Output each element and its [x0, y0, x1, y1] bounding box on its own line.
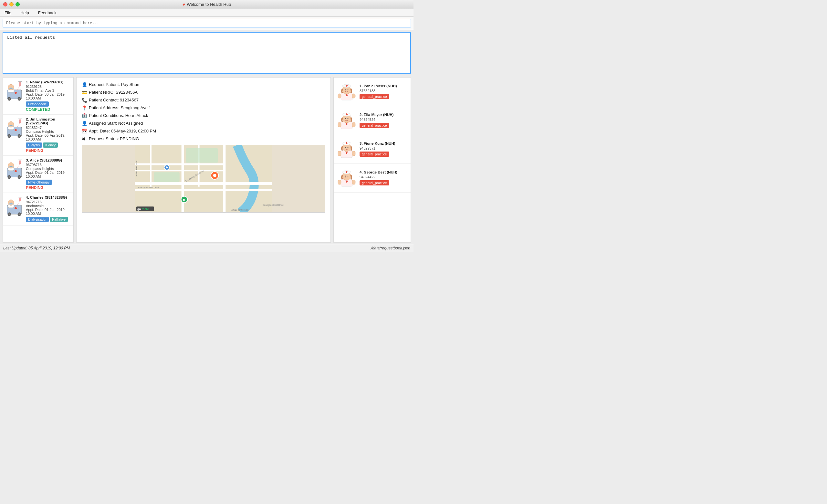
specialty-tag: general_practice — [359, 123, 389, 128]
svg-rect-21 — [9, 125, 13, 126]
data-file: ./data/requestbook.json — [370, 246, 410, 250]
patient-address: Compass Heights — [26, 167, 71, 170]
patient-item[interactable]: 2. Jin Livingston (S2672174G) 82183247 C… — [3, 115, 73, 156]
svg-rect-53 — [9, 203, 13, 204]
staff-item[interactable]: 1. Paniel Meier (NUH) 87652133 general_p… — [334, 78, 410, 106]
svg-point-45 — [9, 177, 10, 178]
patient-avatar — [5, 117, 23, 153]
svg-point-50 — [8, 200, 14, 205]
svg-point-15 — [19, 98, 20, 100]
svg-rect-110 — [352, 122, 355, 127]
patient-item[interactable]: 1. Name (S2672661G) 91239128 Bukit Timah… — [3, 78, 73, 115]
svg-text:there: there — [142, 207, 149, 211]
staff-avatar — [337, 81, 356, 103]
patient-name: 1. Name (S2672661G) — [26, 80, 71, 84]
svg-rect-100 — [346, 94, 347, 96]
svg-text:B: B — [183, 198, 185, 201]
detail-label: Patient Address: Sengkang Ave 1 — [89, 105, 151, 110]
patient-address: Bukit Timah Ave 3 — [26, 89, 71, 92]
svg-point-36 — [12, 165, 12, 165]
svg-point-31 — [19, 135, 20, 137]
menu-feedback[interactable]: Feedback — [36, 10, 58, 16]
svg-point-120 — [348, 147, 349, 148]
svg-point-51 — [10, 202, 10, 203]
svg-rect-136 — [346, 181, 347, 183]
staff-phone: 94822371 — [359, 146, 407, 150]
status-badge: PENDING — [26, 148, 71, 153]
patient-item[interactable]: 4. Charles (S8148288G) 94721716 Anchorva… — [3, 193, 73, 225]
svg-point-3 — [10, 87, 10, 87]
patient-date: Appt. Date: 01-Jan-2019, 10:00 AM — [26, 170, 71, 178]
svg-point-29 — [9, 135, 10, 137]
svg-rect-5 — [9, 88, 13, 89]
patient-tags: Physiotherapy — [26, 180, 71, 186]
svg-rect-27 — [15, 129, 16, 131]
svg-rect-112 — [346, 123, 347, 125]
main-content: 1. Name (S2672661G) 91239128 Bukit Timah… — [0, 76, 414, 244]
svg-point-47 — [19, 177, 20, 178]
svg-point-95 — [345, 90, 346, 91]
svg-point-19 — [10, 124, 10, 124]
patient-item[interactable]: 3. Alice (S8128888G) 96798716 Compass He… — [3, 156, 73, 193]
svg-rect-109 — [338, 122, 341, 127]
heart-icon: ♥ — [183, 2, 185, 7]
patient-phone: 91239128 — [26, 85, 71, 89]
detail-row: 📅 Appt. Date: 05-May-2019, 02:00 PM — [82, 129, 325, 134]
detail-icon: 👤 — [82, 82, 89, 87]
patient-avatar — [5, 158, 23, 190]
svg-rect-77 — [186, 148, 218, 163]
detail-icon: 📞 — [82, 98, 89, 103]
detail-label: Request Patient: Pay Shun — [89, 82, 139, 87]
patient-date: Appt. Date: 05-Apr-2019, 10:00 AM — [26, 134, 71, 141]
specialty-tag: general_practice — [359, 94, 389, 99]
menu-file[interactable]: File — [3, 10, 13, 16]
window-title: ♥ Welcome to Health Hub — [183, 2, 231, 7]
svg-rect-133 — [338, 180, 341, 185]
close-button[interactable] — [3, 2, 7, 6]
command-input[interactable] — [3, 19, 411, 28]
detail-icon: 🏥 — [82, 113, 89, 118]
tag: Palliative — [50, 217, 68, 222]
svg-point-34 — [8, 162, 14, 168]
svg-point-107 — [345, 118, 346, 119]
staff-item[interactable]: 3. Fione Kunz (NUH) 94822371 general_pra… — [334, 135, 410, 164]
svg-rect-40 — [19, 161, 21, 164]
staff-item[interactable]: 4. George Best (NUH) 94824422 general_pr… — [334, 164, 410, 193]
svg-text:Buangkok East Drive: Buangkok East Drive — [263, 204, 284, 206]
svg-rect-11 — [15, 92, 16, 94]
staff-info: 4. George Best (NUH) 94824422 general_pr… — [359, 170, 407, 186]
patient-name: 2. Jin Livingston (S2672174G) — [26, 117, 71, 125]
svg-point-80 — [213, 174, 216, 177]
minimize-button[interactable] — [9, 2, 13, 6]
detail-icon: ✖ — [82, 136, 89, 142]
staff-name: 4. George Best (NUH) — [359, 170, 407, 174]
title-bar: ♥ Welcome to Health Hub — [0, 0, 414, 9]
svg-rect-122 — [352, 151, 355, 156]
svg-rect-94 — [346, 85, 347, 87]
patient-address: Compass Heights — [26, 130, 71, 134]
menu-help[interactable]: Help — [18, 10, 31, 16]
patient-list[interactable]: 1. Name (S2672661G) 91239128 Bukit Timah… — [3, 77, 74, 243]
patient-info: 1. Name (S2672661G) 91239128 Bukit Timah… — [26, 80, 71, 112]
svg-point-52 — [12, 202, 12, 203]
svg-point-82 — [166, 166, 168, 168]
staff-item[interactable]: 2. Ella Meyer (NUH) 94824524 general_pra… — [334, 106, 410, 135]
svg-text:go: go — [137, 207, 141, 211]
detail-row: 📍 Patient Address: Sengkang Ave 1 — [82, 105, 325, 110]
maximize-button[interactable] — [15, 2, 20, 6]
detail-row: ✖ Request Status: PENDING — [82, 136, 325, 142]
svg-rect-37 — [9, 166, 13, 167]
window-controls[interactable] — [3, 2, 20, 6]
staff-avatar — [337, 109, 356, 132]
specialty-tag: general_practice — [359, 152, 389, 157]
svg-text:Rivervale Link: Rivervale Link — [135, 160, 138, 177]
output-area: Listed all requests — [3, 32, 411, 74]
svg-point-63 — [19, 213, 20, 215]
svg-rect-59 — [15, 207, 16, 209]
svg-point-108 — [348, 118, 349, 119]
svg-point-13 — [9, 98, 10, 100]
detail-row: 💳 Patient NRIC: S9123456A — [82, 90, 325, 95]
detail-row: 👤 Request Patient: Pay Shun — [82, 82, 325, 87]
svg-rect-118 — [346, 142, 347, 144]
svg-point-35 — [10, 165, 10, 165]
